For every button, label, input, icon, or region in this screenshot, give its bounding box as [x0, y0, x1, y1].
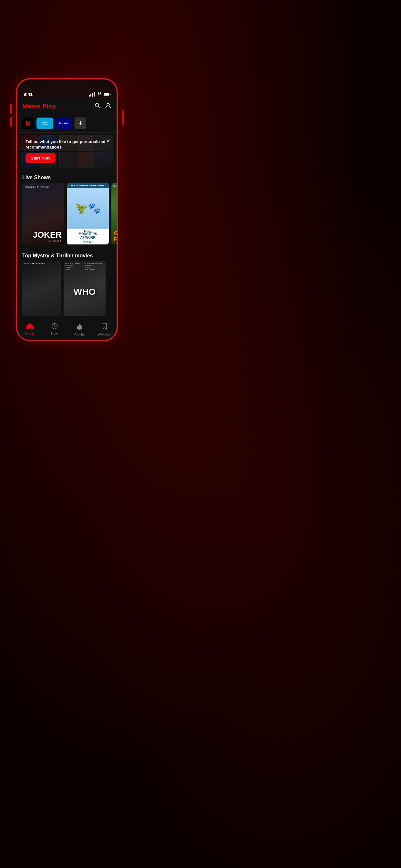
promo-banner: ✕ Tell us what you like to get personali… — [21, 135, 113, 167]
profile-icon[interactable] — [105, 103, 112, 110]
monsters-characters-area: 🦖🐾 — [67, 188, 109, 228]
app-title: Movie Plex — [22, 103, 56, 110]
gravity-title: GRAVITYFALLS — [114, 230, 117, 242]
page-wrapper: Get personalized recommendations based o… — [0, 0, 134, 354]
battery-fill — [104, 93, 109, 96]
monsters-title-area: Disney MONSTERSAT WORK Disney+ — [67, 228, 109, 244]
start-now-button[interactable]: Start Now — [26, 153, 56, 163]
service-add-button[interactable]: + — [74, 118, 86, 129]
signal-bar-1 — [89, 95, 90, 97]
search-icon[interactable] — [95, 103, 100, 110]
service-netflix[interactable]: N — [22, 118, 34, 129]
nav-popular-label: Popular — [73, 333, 85, 336]
signal-bar-2 — [90, 94, 91, 97]
watchlist-bookmark-icon — [102, 323, 107, 332]
status-icons — [89, 92, 110, 97]
volume-down-button — [10, 117, 12, 127]
mystery1-badge: fcpxm▲ ■■ paramount — [24, 262, 44, 265]
disney-plus-text: Disney+ — [83, 240, 93, 243]
promo-content: Tell us what you like to get personalize… — [21, 135, 113, 166]
joker-actor-text: JOAQUIN PHOENIX — [25, 186, 49, 189]
app-header: Movie Plex — [17, 99, 117, 114]
mystery-thriller-header: Top Mystry & Thriller movies — [17, 248, 117, 261]
movie-card-who[interactable]: ACADEMY AWARD WINNERJOHNNYDEPP ACADEMY A… — [64, 261, 105, 316]
disney-plus-badge: Disney+ — [69, 240, 107, 243]
nav-watchlist[interactable]: Watchlist — [95, 323, 114, 336]
phone-frame: 9:41 — [16, 78, 118, 341]
phone-mockup: 9:41 — [12, 78, 122, 341]
live-shows-header: Live Shows — [17, 170, 117, 183]
who-title: WHO — [73, 287, 96, 297]
movie-card-gravity-falls[interactable]: Disney GRAVITYFALLS — [112, 183, 117, 244]
nav-popular[interactable]: Popular — [70, 323, 89, 336]
nav-watchlist-label: Watchlist — [97, 333, 111, 336]
nav-new-label: New — [51, 332, 58, 336]
monsters-title: MONSTERSAT WORK — [69, 232, 107, 239]
home-icon — [26, 323, 33, 331]
nav-home-label: Home — [25, 332, 34, 336]
live-shows-list: JOAQUIN PHOENIX JOKER OCTOBER ▲ IT'S LAU… — [17, 183, 117, 248]
joker-date: OCTOBER ▲ — [48, 240, 62, 242]
status-time: 9:41 — [24, 92, 33, 97]
movie-card-monsters[interactable]: IT'S LAUGHTER WE'RE AFTER 🦖🐾 Disney MONS… — [67, 183, 109, 244]
header-icons — [95, 103, 112, 110]
bottom-navigation: Home New — [17, 320, 117, 340]
phone-notch — [51, 80, 83, 88]
svg-point-1 — [107, 103, 110, 106]
battery-icon — [103, 93, 110, 96]
service-hotstar[interactable]: hotstar — [56, 118, 72, 129]
movie-card-joker[interactable]: JOAQUIN PHOENIX JOKER OCTOBER ▲ — [22, 183, 64, 244]
volume-up-button — [10, 104, 12, 114]
promo-text: Tell us what you like to get personalize… — [26, 139, 108, 150]
movie-card-mystery1[interactable]: fcpxm▲ ■■ paramount — [22, 261, 61, 316]
signal-bar-3 — [92, 93, 93, 97]
nav-new[interactable]: New — [45, 323, 64, 336]
wifi-icon — [97, 92, 102, 97]
popular-flame-icon — [76, 323, 82, 332]
mystery-thriller-list: fcpxm▲ ■■ paramount ACADEMY AWARD WINNER… — [17, 261, 117, 320]
joker-title: JOKER — [33, 230, 62, 239]
services-row: N prime video hotstar + — [17, 114, 117, 133]
disney-monsters-logo: Disney — [69, 230, 107, 232]
power-button — [122, 111, 124, 125]
signal-bar-4 — [94, 92, 95, 97]
gravity-disney-label: Disney — [113, 185, 117, 187]
app-content: Movie Plex — [17, 99, 117, 320]
signal-bars — [89, 92, 95, 97]
who-awards-bar: ACADEMY AWARD WINNERJOHNNYDEPP ACADEMY A… — [65, 262, 104, 270]
new-clock-icon — [51, 323, 58, 331]
status-bar: 9:41 — [17, 88, 117, 99]
promo-close-icon[interactable]: ✕ — [106, 138, 110, 144]
monsters-banner: IT'S LAUGHTER WE'RE AFTER — [67, 183, 109, 188]
nav-home[interactable]: Home — [20, 323, 39, 336]
service-prime[interactable]: prime video — [36, 118, 53, 129]
